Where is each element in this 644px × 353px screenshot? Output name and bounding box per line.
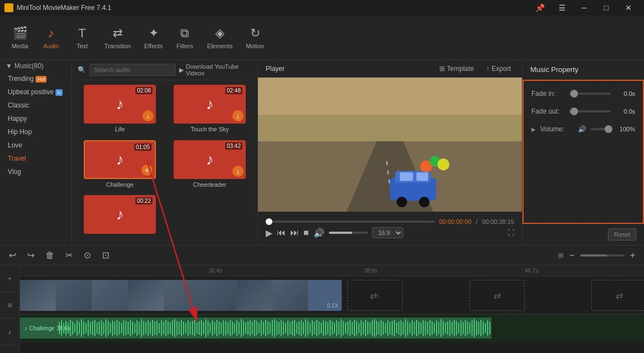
svg-rect-39 xyxy=(112,320,113,336)
search-input[interactable] xyxy=(89,64,176,76)
zoom-out-button[interactable]: − xyxy=(566,249,577,262)
cut-button[interactable]: ✂ xyxy=(62,249,76,262)
svg-rect-67 xyxy=(174,319,175,337)
svg-rect-80 xyxy=(203,322,204,334)
svg-rect-70 xyxy=(181,320,182,336)
timeline-zoom: ⊞ − + xyxy=(558,249,638,262)
reset-button[interactable]: Reset xyxy=(608,228,636,241)
stop-button[interactable]: ■ xyxy=(303,228,309,238)
track-video-label: 0.1X xyxy=(327,303,338,309)
svg-rect-200 xyxy=(469,323,470,334)
toolbar-motion[interactable]: ↻ Motion xyxy=(240,23,270,53)
category-classic[interactable]: Classic xyxy=(0,99,72,112)
redo-button[interactable]: ↪ xyxy=(24,249,38,262)
fullscreen-button[interactable]: ⛶ xyxy=(508,229,514,237)
svg-rect-202 xyxy=(474,319,475,337)
video-track-content[interactable]: 0.1X xyxy=(20,280,342,311)
category-vlog[interactable]: Vlog xyxy=(0,165,72,178)
svg-rect-154 xyxy=(367,321,368,335)
crop-button[interactable]: ⊡ xyxy=(99,249,113,262)
fade-out-slider[interactable] xyxy=(569,110,611,112)
progress-track[interactable] xyxy=(266,221,435,223)
zoom-in-button[interactable]: + xyxy=(627,249,638,262)
add-audio-track-btn[interactable]: ♪ xyxy=(0,319,19,345)
music-item-cheerleader[interactable]: ♪ 03:42 ↓ Cheerleader xyxy=(166,140,253,192)
svg-rect-111 xyxy=(272,320,273,336)
category-trending[interactable]: Trending Hot xyxy=(0,72,72,85)
category-happy[interactable]: Happy xyxy=(0,112,72,125)
volume-expand-icon[interactable]: ▶ xyxy=(531,126,536,132)
zoom-track[interactable] xyxy=(580,254,625,257)
toolbar-audio[interactable]: ♪ Audio xyxy=(37,23,65,53)
add-challenge-btn[interactable]: + xyxy=(141,165,153,176)
download-cheerleader-btn[interactable]: ↓ xyxy=(232,166,244,177)
export-button[interactable]: ↑ Export xyxy=(483,64,514,74)
delete-button[interactable]: 🗑 xyxy=(42,249,58,262)
music-item-life[interactable]: ♪ 02:08 ↓ Life xyxy=(77,85,163,137)
svg-rect-207 xyxy=(485,323,486,333)
undo-button[interactable]: ↩ xyxy=(6,249,19,262)
music-item-5[interactable]: ♪ 00:22 xyxy=(77,195,163,241)
next-button[interactable]: ⏭ xyxy=(290,228,299,238)
pin-button[interactable]: 📌 xyxy=(529,0,551,16)
add-overlay-track-btn[interactable]: ⊞ xyxy=(0,292,19,319)
play-button[interactable]: ▶ xyxy=(266,228,272,238)
elements-icon: ◈ xyxy=(215,26,225,40)
fade-out-row: Fade out: 0.0s xyxy=(531,108,635,115)
toolbar-effects[interactable]: ✦ Effects xyxy=(139,23,168,53)
fade-in-slider[interactable] xyxy=(569,93,611,95)
audio-name: Challenge xyxy=(29,325,54,331)
svg-rect-189 xyxy=(445,323,446,334)
download-touch-btn[interactable]: ↓ xyxy=(232,110,244,121)
svg-rect-171 xyxy=(405,319,406,337)
category-upbeat[interactable]: Upbeat positive N xyxy=(0,85,72,99)
minimize-button[interactable]: ─ xyxy=(573,0,595,16)
volume-slider-prop[interactable] xyxy=(591,128,611,130)
svg-rect-75 xyxy=(192,321,193,335)
download-youtube-btn[interactable]: ▶ Download YouTube Videos xyxy=(179,63,252,76)
toolbar-text[interactable]: T Text xyxy=(68,23,97,53)
music-name-cheerleader: Cheerleader xyxy=(193,181,227,188)
video-frame-4 xyxy=(128,280,164,311)
transition-slot-3[interactable]: ⇄ xyxy=(591,280,644,311)
menu-button[interactable]: ☰ xyxy=(551,0,573,16)
panel-body: ▼ Music(80) Trending Hot Upbeat positive… xyxy=(0,60,257,245)
svg-rect-167 xyxy=(396,323,397,334)
toolbar-filters[interactable]: ⧉ Filters xyxy=(170,23,199,53)
category-hiphop[interactable]: Hip Hop xyxy=(0,125,72,139)
timeline-ruler: 30.4s 38.6s 46.7s xyxy=(20,265,644,277)
svg-rect-84 xyxy=(212,320,213,336)
duration-5: 00:22 xyxy=(135,197,153,204)
detach-audio-button[interactable]: ⊙ xyxy=(80,249,94,262)
toolbar-media[interactable]: 🎬 Media xyxy=(6,23,34,53)
close-button[interactable]: ✕ xyxy=(617,0,640,16)
right-panel: Music Property Fade in: 0.0s Fade out: 0… xyxy=(522,60,644,245)
music-item-touch[interactable]: ♪ 02:48 ↓ Touch the Sky xyxy=(166,85,253,137)
toolbar-elements[interactable]: ◈ Elements xyxy=(201,23,238,53)
svg-rect-34 xyxy=(101,320,102,336)
fade-out-label: Fade out: xyxy=(531,108,565,115)
add-video-track-btn[interactable]: + xyxy=(0,265,19,292)
maximize-button[interactable]: □ xyxy=(595,0,617,16)
transition-slot-1[interactable]: ⇄ ↓ xyxy=(347,280,403,311)
svg-rect-33 xyxy=(99,321,100,335)
download-life-btn[interactable]: ↓ xyxy=(143,110,154,121)
category-love[interactable]: Love xyxy=(0,139,72,152)
audio-track-content[interactable]: ♪ Challenge 38.6s xyxy=(20,318,491,339)
svg-rect-91 xyxy=(227,322,229,334)
template-button[interactable]: ⊞ Template xyxy=(436,64,478,74)
volume-mute-icon[interactable]: 🔊 xyxy=(578,125,586,133)
effects-icon: ✦ xyxy=(149,26,159,40)
category-travel[interactable]: Travel xyxy=(0,152,72,165)
prev-button[interactable]: ⏮ xyxy=(277,228,286,238)
svg-rect-25 xyxy=(81,319,82,337)
svg-rect-40 xyxy=(114,322,115,334)
toolbar-transition[interactable]: ⇄ Transition xyxy=(99,23,136,53)
volume-slider[interactable] xyxy=(329,232,368,234)
transition-slot-2[interactable]: ⇄ xyxy=(469,280,525,311)
aspect-ratio-select[interactable]: 16:9 4:3 1:1 xyxy=(372,227,403,238)
titlebar-left: MiniTool MovieMaker Free 7.4.1 xyxy=(4,3,111,12)
svg-point-10 xyxy=(419,197,429,207)
svg-rect-7 xyxy=(400,172,413,181)
music-item-challenge[interactable]: ♪ 01:05 + Challenge xyxy=(77,140,163,192)
